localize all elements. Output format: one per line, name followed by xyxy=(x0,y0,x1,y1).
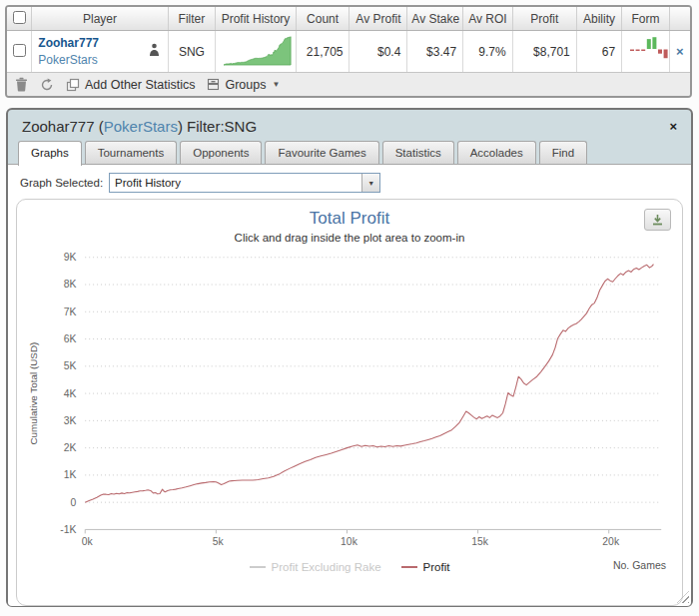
player-row: Zoohar777 PokerStars SNG xyxy=(7,31,690,73)
svg-text:-1K: -1K xyxy=(60,524,76,535)
svg-text:Cumulative Total (USD): Cumulative Total (USD) xyxy=(28,342,39,445)
player-summary-panel: Player Filter Profit History Count Av Pr… xyxy=(5,5,692,98)
legend-swatch-rake xyxy=(250,566,266,568)
legend-profit[interactable]: Profit xyxy=(401,561,450,573)
tab-statistics[interactable]: Statistics xyxy=(382,141,454,164)
col-av-profit[interactable]: Av Profit xyxy=(350,7,407,31)
profit-history-sparkline xyxy=(222,32,296,68)
tab-opponents[interactable]: Opponents xyxy=(180,141,262,164)
legend-profit-excluding-rake[interactable]: Profit Excluding Rake xyxy=(250,561,381,573)
svg-text:7K: 7K xyxy=(64,307,77,317)
col-form[interactable]: Form xyxy=(622,7,670,31)
col-filter[interactable]: Filter xyxy=(168,7,216,31)
svg-text:20k: 20k xyxy=(602,536,620,547)
caret-down-icon: ▼ xyxy=(272,80,280,89)
svg-text:0: 0 xyxy=(71,497,77,508)
export-chart-button[interactable] xyxy=(644,209,671,231)
chart-legend: Profit Excluding Rake Profit No. Games xyxy=(17,557,682,577)
svg-text:2K: 2K xyxy=(64,442,77,453)
count-cell: 21,705 xyxy=(296,31,350,73)
popup-content: Graph Selected: Profit History ▼ Total P… xyxy=(8,164,691,606)
trash-icon xyxy=(15,77,28,92)
filter-cell: SNG xyxy=(168,31,216,73)
graph-select-row: Graph Selected: Profit History ▼ xyxy=(8,165,691,198)
profit-chart[interactable]: 9K8K7K6K5K4K3K2K1K0-1K0k5k10k15k20kCumul… xyxy=(22,246,677,557)
col-av-stake[interactable]: Av Stake xyxy=(407,7,463,31)
profit-cell: $8,701 xyxy=(512,31,576,73)
close-window-button[interactable]: × xyxy=(665,120,681,133)
col-count[interactable]: Count xyxy=(296,7,350,31)
svg-text:10k: 10k xyxy=(341,536,358,547)
col-remove xyxy=(669,7,690,31)
legend-swatch-profit xyxy=(401,566,417,568)
select-all-checkbox[interactable] xyxy=(13,11,26,24)
svg-text:4K: 4K xyxy=(64,388,77,399)
chart-subtitle: Click and drag inside the plot area to z… xyxy=(17,232,682,244)
tab-tournaments[interactable]: Tournaments xyxy=(85,141,177,164)
remove-row-button[interactable]: × xyxy=(676,44,684,59)
add-other-statistics-label: Add Other Statistics xyxy=(85,78,195,92)
delete-button[interactable] xyxy=(15,77,28,92)
col-profit-history[interactable]: Profit History xyxy=(216,7,297,31)
player-detail-window: Zoohar777 (PokerStars) Filter:SNG × Grap… xyxy=(6,108,693,607)
svg-text:15k: 15k xyxy=(471,536,489,547)
tab-bar: Graphs Tournaments Opponents Favourite G… xyxy=(8,141,691,164)
groups-label: Groups xyxy=(225,78,266,92)
graph-selected-label: Graph Selected: xyxy=(20,177,103,189)
tab-favourite-games[interactable]: Favourite Games xyxy=(265,141,378,164)
legend-label-profit: Profit xyxy=(423,561,450,573)
col-av-roi[interactable]: Av ROI xyxy=(463,7,513,31)
av-roi-cell: 9.7% xyxy=(463,31,513,73)
add-other-statistics-button[interactable]: Add Other Statistics xyxy=(66,78,195,92)
title-site-link[interactable]: PokerStars xyxy=(104,118,178,135)
groups-icon xyxy=(207,78,220,91)
player-note-icon[interactable] xyxy=(149,43,160,60)
svg-text:8K: 8K xyxy=(64,279,77,290)
svg-text:6K: 6K xyxy=(64,333,77,344)
chart-title: Total Profit xyxy=(17,209,682,229)
tab-find[interactable]: Find xyxy=(539,141,587,164)
ability-cell: 67 xyxy=(576,31,621,73)
chart-panel: Total Profit Click and drag inside the p… xyxy=(16,199,683,606)
av-stake-cell: $3.47 xyxy=(407,31,463,73)
col-player[interactable]: Player xyxy=(32,7,168,31)
av-profit-cell: $0.4 xyxy=(350,31,407,73)
svg-text:5k: 5k xyxy=(213,536,225,547)
svg-text:3K: 3K xyxy=(64,415,77,426)
player-name-link[interactable]: Zoohar777 xyxy=(38,36,99,50)
col-ability[interactable]: Ability xyxy=(576,7,621,31)
copy-add-icon xyxy=(66,78,80,92)
refresh-icon xyxy=(40,78,54,92)
player-cell-names: Zoohar777 PokerStars xyxy=(38,36,99,67)
select-dropdown-arrow-icon[interactable]: ▼ xyxy=(361,174,379,192)
player-table: Player Filter Profit History Count Av Pr… xyxy=(7,7,690,73)
svg-text:0k: 0k xyxy=(82,536,94,547)
tab-graphs[interactable]: Graphs xyxy=(18,141,82,166)
profit-history-cell xyxy=(216,31,297,73)
x-axis-title: No. Games xyxy=(613,559,666,571)
svg-text:1K: 1K xyxy=(64,469,77,480)
form-mini-chart xyxy=(628,36,669,64)
graph-type-select-value: Profit History xyxy=(115,177,181,189)
col-profit[interactable]: Profit xyxy=(512,7,576,31)
svg-text:9K: 9K xyxy=(64,252,77,263)
groups-button[interactable]: Groups ▼ xyxy=(207,78,280,92)
refresh-button[interactable] xyxy=(40,78,54,92)
title-player: Zoohar777 ( xyxy=(22,118,104,135)
player-site-link[interactable]: PokerStars xyxy=(38,53,99,67)
legend-label-rake: Profit Excluding Rake xyxy=(272,561,381,573)
title-filter: ) Filter:SNG xyxy=(178,118,257,135)
form-cell xyxy=(622,31,670,73)
graph-type-select[interactable]: Profit History ▼ xyxy=(109,173,380,193)
download-icon xyxy=(651,214,664,227)
row-checkbox[interactable] xyxy=(13,44,26,57)
svg-text:5K: 5K xyxy=(64,360,77,371)
table-toolbar: Add Other Statistics Groups ▼ xyxy=(7,73,690,96)
screen: Player Filter Profit History Count Av Pr… xyxy=(0,0,699,616)
window-titlebar: Zoohar777 (PokerStars) Filter:SNG × xyxy=(8,110,691,141)
tab-accolades[interactable]: Accolades xyxy=(457,141,536,164)
window-title: Zoohar777 (PokerStars) Filter:SNG xyxy=(22,118,257,135)
table-header-row: Player Filter Profit History Count Av Pr… xyxy=(7,7,690,31)
